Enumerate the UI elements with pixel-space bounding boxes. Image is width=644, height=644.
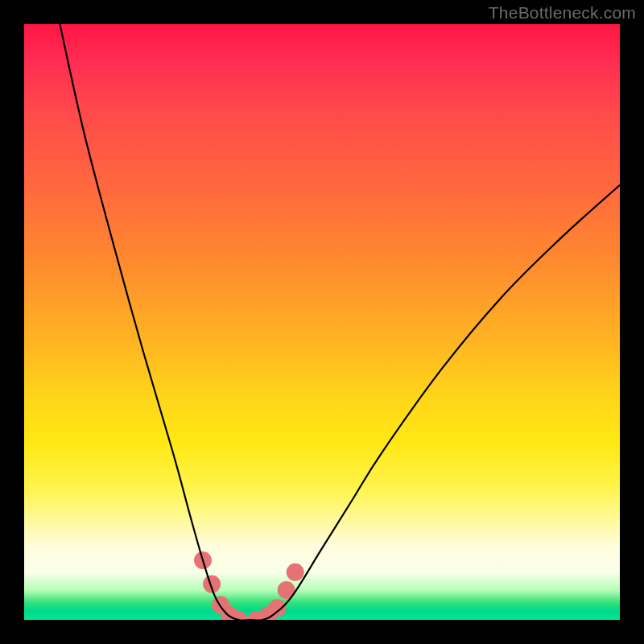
watermark-text: TheBottleneck.com — [489, 3, 636, 23]
curve-layer — [24, 24, 620, 620]
marker-dot — [287, 564, 304, 581]
chart-frame: TheBottleneck.com — [0, 0, 644, 644]
plot-area — [24, 24, 620, 620]
marker-dot — [269, 599, 287, 617]
bottleneck-curve — [60, 24, 620, 620]
